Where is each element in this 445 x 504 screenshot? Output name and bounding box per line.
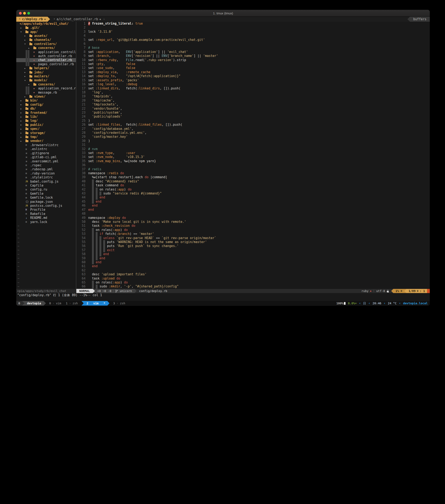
close-button[interactable] xyxy=(19,12,22,15)
tree-item[interactable]: ▸lib/ xyxy=(16,115,76,119)
code-line-33[interactable]: 33set :nvm_type, :user xyxy=(76,151,430,155)
tree-item[interactable]: ▸public/ xyxy=(16,123,76,127)
code-line-6[interactable]: 6 xyxy=(76,42,430,46)
tree-item[interactable]: ▸spec/ xyxy=(16,127,76,131)
code-line-34[interactable]: 34set :nvm_node, 'v10.15.3' xyxy=(76,155,430,159)
code-line-52[interactable]: 52on roles(:app) do xyxy=(76,228,430,232)
code-line-59[interactable]: 59end xyxy=(76,256,430,260)
tree-item[interactable]: ≡Gemfile xyxy=(16,192,76,196)
zoom-button[interactable] xyxy=(27,12,30,15)
code-line-62[interactable]: 62 xyxy=(76,269,430,272)
chevron-right-icon[interactable]: ▸ xyxy=(19,99,25,102)
chevron-right-icon[interactable]: ▸ xyxy=(19,107,25,110)
tree-item[interactable]: ▾controllers/ xyxy=(16,42,76,46)
tree-item[interactable]: ≡.rspec xyxy=(16,163,76,167)
code-line-5[interactable]: 5set :repo_url, 'git@gitlab.example.com:… xyxy=(76,38,430,42)
chevron-right-icon[interactable]: ▸ xyxy=(24,67,29,70)
code-line-17[interactable]: 17set :linked_dirs, fetch(:linked_dirs, … xyxy=(76,87,430,90)
code-line-24[interactable]: 24'public/uploads' xyxy=(76,115,430,119)
tree-item[interactable]: ¤.overcommit.yml xyxy=(16,159,76,163)
code-line-15[interactable]: 15set :assets_prefix, 'packs' xyxy=(76,78,430,82)
tree-item[interactable]: ≡Rakefile xyxy=(16,212,76,216)
tree-item[interactable]: ▸helpers/ xyxy=(16,66,76,70)
chevron-right-icon[interactable]: ▸ xyxy=(19,127,25,130)
chevron-right-icon[interactable]: ▸ xyxy=(19,119,25,122)
chevron-right-icon[interactable]: ▸ xyxy=(28,47,33,50)
code-line-18[interactable]: 18'log', xyxy=(76,90,430,94)
code-line-46[interactable]: 46end xyxy=(76,204,430,208)
tree-item[interactable]: ▸channels/ xyxy=(16,38,76,42)
chevron-right-icon[interactable]: ▸ xyxy=(24,71,29,74)
code-line-39[interactable]: 39%w[start stop restart].each do |comman… xyxy=(76,175,430,179)
code-line-21[interactable]: 21'tmp/sockets', xyxy=(76,103,430,107)
tree-item[interactable]: ▸concerns/ xyxy=(16,82,76,86)
tmux-window-2[interactable]: 2›vim›* xyxy=(82,301,110,306)
tree-item[interactable]: ▾app/ xyxy=(16,30,76,34)
tree-item[interactable]: JSpostcss.config.js xyxy=(16,204,76,208)
chevron-right-icon[interactable]: ▸ xyxy=(24,34,29,37)
code-line-43[interactable]: 43sudo "service redis #{command}" xyxy=(76,192,430,196)
code-line-58[interactable]: 58end xyxy=(76,252,430,256)
code-line-4[interactable]: 4 xyxy=(76,34,430,38)
chevron-down-icon[interactable]: ▾ xyxy=(24,42,29,45)
chevron-down-icon[interactable]: ▾ xyxy=(19,30,25,33)
tree-item[interactable]: ≡yarn.lock xyxy=(16,220,76,224)
code-line-48[interactable]: 48 xyxy=(76,212,430,216)
code-line-28[interactable]: 28'config/credentials.yml.enc', xyxy=(76,131,430,135)
tree-item[interactable]: ◆pages_controller.rb xyxy=(16,62,76,66)
code-line-65[interactable]: 65on roles(:app) do xyxy=(76,281,430,285)
chevron-right-icon[interactable]: ▸ xyxy=(19,123,25,126)
code-line-66[interactable]: 66sudo :mkdir, '-p', "#{shared_path}/con… xyxy=(76,285,430,288)
chevron-right-icon[interactable]: ▸ xyxy=(24,75,29,78)
code-line-54[interactable]: 54unless `git rev-parse HEAD` == `git re… xyxy=(76,236,430,240)
tree-item[interactable]: ▸concerns/ xyxy=(16,46,76,50)
tree-item[interactable]: ≡.browserslistrc xyxy=(16,143,76,147)
code-line-29[interactable]: 29'config/master.key' xyxy=(76,135,430,139)
code-line-3[interactable]: 3lock '3.11.0' xyxy=(76,30,430,34)
code-line-20[interactable]: 20'tmp/cache', xyxy=(76,99,430,103)
code-line-37[interactable]: 37# redis xyxy=(76,167,430,171)
code-line-25[interactable]: 25) xyxy=(76,119,430,123)
chevron-down-icon[interactable]: ▾ xyxy=(24,79,29,82)
tree-item[interactable]: ▸jobs/ xyxy=(16,70,76,74)
code-line-1[interactable]: 1# frozen_string_literal: true xyxy=(76,22,430,26)
tree-item[interactable]: ▸storage/ xyxy=(16,131,76,135)
tmux-window-3[interactable]: 3›zsh xyxy=(113,301,125,306)
tree-item[interactable]: ◆application_controll xyxy=(16,50,76,54)
code-line-12[interactable]: 12set :use_sudo, false xyxy=(76,66,430,70)
code-line-56[interactable]: 56puts 'Run `git push` to sync changes.' xyxy=(76,244,430,248)
tree-item[interactable]: ▸log/ xyxy=(16,119,76,123)
code-line-13[interactable]: 13set :deploy_via, :remote_cache xyxy=(76,70,430,74)
code-line-50[interactable]: 50desc 'Make sure local git is in sync w… xyxy=(76,220,430,224)
code-line-27[interactable]: 27'config/database.yml', xyxy=(76,127,430,131)
code-line-51[interactable]: 51task :check_revision do xyxy=(76,224,430,228)
code-line-47[interactable]: 47end xyxy=(76,208,430,212)
code-line-55[interactable]: 55puts 'WARNING: HEAD is not the same as… xyxy=(76,240,430,244)
buffers-label[interactable]: buffers xyxy=(410,17,430,22)
chevron-right-icon[interactable]: ▸ xyxy=(19,103,25,106)
code-line-19[interactable]: 19'tmp/pids', xyxy=(76,94,430,98)
tree-item[interactable]: ▸frontend/ xyxy=(16,111,76,115)
chevron-right-icon[interactable]: ▸ xyxy=(19,135,25,139)
tree-item[interactable]: ≡Gemfile.lock xyxy=(16,196,76,199)
tree-item[interactable]: ▸assets/ xyxy=(16,34,76,38)
tree-item[interactable]: ▸mailers/ xyxy=(16,74,76,78)
code-line-7[interactable]: 7# base xyxy=(76,46,430,50)
code-line-16[interactable]: 16set :log_level, :debug xyxy=(76,82,430,86)
code-line-35[interactable]: 35set :nvm_map_bins, %w{node npm yarn} xyxy=(76,159,430,163)
code-line-11[interactable]: 11set :pty, false xyxy=(76,62,430,66)
tree-item[interactable]: ↓README.md xyxy=(16,216,76,220)
tmux-session-name[interactable]: devtopia xyxy=(24,301,43,306)
code-line-2[interactable]: 2 xyxy=(76,26,430,30)
code-line-41[interactable]: 41task command do xyxy=(76,183,430,187)
tree-item[interactable]: ≡config.ru xyxy=(16,188,76,192)
minimize-button[interactable] xyxy=(23,12,26,15)
code-line-32[interactable]: 32# nvm xyxy=(76,147,430,151)
tree-item[interactable]: ≡.ruby-version xyxy=(16,171,76,175)
code-line-40[interactable]: 40desc "#{command} redis" xyxy=(76,180,430,183)
tree-item[interactable]: ◆application_record.r xyxy=(16,87,76,90)
chevron-right-icon[interactable]: ▸ xyxy=(19,115,25,118)
tree-item[interactable]: ≡Capfile xyxy=(16,183,76,187)
tree-item[interactable]: ¤.rubocop.yml xyxy=(16,167,76,171)
code-line-36[interactable]: 36 xyxy=(76,163,430,167)
